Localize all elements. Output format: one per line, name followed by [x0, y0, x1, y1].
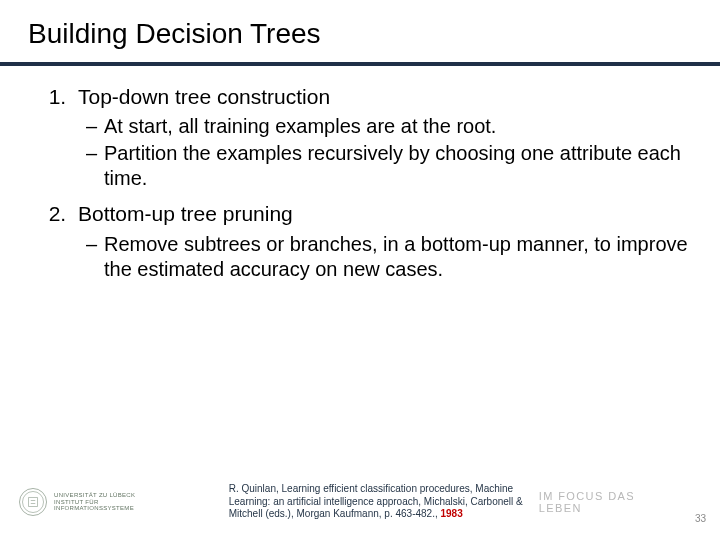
sub-list: Remove subtrees or branches, in a bottom… — [78, 232, 692, 282]
sub-list: At start, all training examples are at t… — [78, 114, 692, 191]
sub-item: Remove subtrees or branches, in a bottom… — [86, 232, 692, 282]
university-text: UNIVERSITÄT ZU LÜBECK INSTITUT FÜR INFOR… — [54, 492, 173, 512]
institute-name: INSTITUT FÜR INFORMATIONSSYSTEME — [54, 499, 173, 512]
university-name: UNIVERSITÄT ZU LÜBECK — [54, 492, 173, 499]
citation-text: R. Quinlan, Learning efficient classific… — [229, 483, 523, 519]
citation-year: 1983 — [440, 508, 462, 519]
slide-title: Building Decision Trees — [28, 18, 692, 60]
tagline: IM FOCUS DAS LEBEN — [539, 490, 674, 514]
content-area: Top-down tree construction At start, all… — [28, 66, 692, 282]
list-item: Bottom-up tree pruning Remove subtrees o… — [72, 201, 692, 281]
sub-item: Partition the examples recursively by ch… — [86, 141, 692, 191]
list-item: Top-down tree construction At start, all… — [72, 84, 692, 191]
svg-point-0 — [20, 488, 47, 515]
page-number: 33 — [695, 513, 706, 524]
slide: Building Decision Trees Top-down tree co… — [0, 0, 720, 540]
item-heading: Top-down tree construction — [78, 85, 330, 108]
svg-point-1 — [23, 491, 44, 512]
numbered-list: Top-down tree construction At start, all… — [28, 84, 692, 282]
item-heading: Bottom-up tree pruning — [78, 202, 293, 225]
footer: UNIVERSITÄT ZU LÜBECK INSTITUT FÜR INFOR… — [0, 474, 720, 530]
sub-item: At start, all training examples are at t… — [86, 114, 692, 139]
university-seal-icon — [18, 486, 48, 518]
university-logo-block: UNIVERSITÄT ZU LÜBECK INSTITUT FÜR INFOR… — [18, 486, 173, 518]
citation: R. Quinlan, Learning efficient classific… — [229, 483, 539, 521]
